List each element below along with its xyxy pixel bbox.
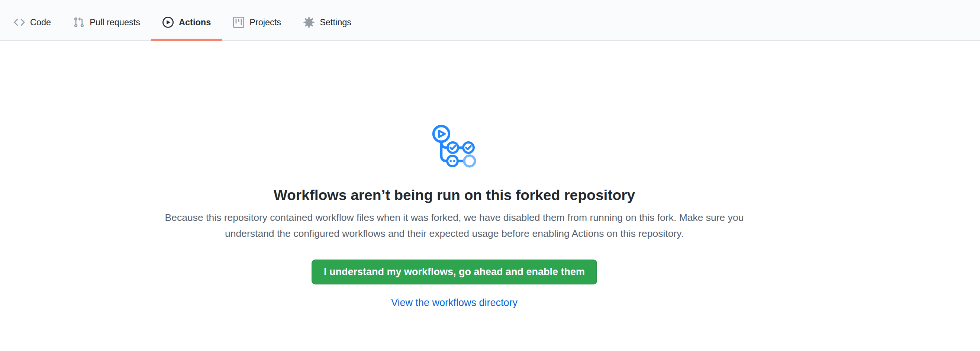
project-board-icon — [233, 17, 244, 28]
tab-pull-requests-label: Pull requests — [90, 17, 140, 27]
tab-projects-label: Projects — [250, 17, 281, 27]
tab-code-label: Code — [30, 17, 51, 27]
tab-projects[interactable]: Projects — [222, 0, 292, 40]
code-icon — [14, 17, 25, 28]
tab-settings-label: Settings — [320, 17, 351, 27]
tab-pull-requests[interactable]: Pull requests — [62, 0, 151, 40]
gear-icon — [303, 17, 315, 28]
play-circle-icon — [162, 17, 173, 28]
actions-blankslate: Workflows aren’t being run on this forke… — [0, 41, 908, 309]
tab-actions[interactable]: Actions — [151, 0, 222, 40]
workflow-graph-icon — [432, 125, 477, 169]
blankslate-title: Workflows aren’t being run on this forke… — [274, 186, 635, 205]
blankslate-description: Because this repository contained workfl… — [146, 210, 763, 242]
repo-tab-nav: Code Pull requests Actions Projects — [0, 0, 980, 41]
tab-actions-label: Actions — [179, 17, 211, 27]
view-workflows-directory-link[interactable]: View the workflows directory — [391, 297, 517, 309]
tab-code[interactable]: Code — [3, 0, 62, 40]
enable-workflows-button[interactable]: I understand my workflows, go ahead and … — [312, 259, 597, 284]
git-pull-request-icon — [73, 17, 84, 28]
tab-settings[interactable]: Settings — [292, 0, 363, 40]
